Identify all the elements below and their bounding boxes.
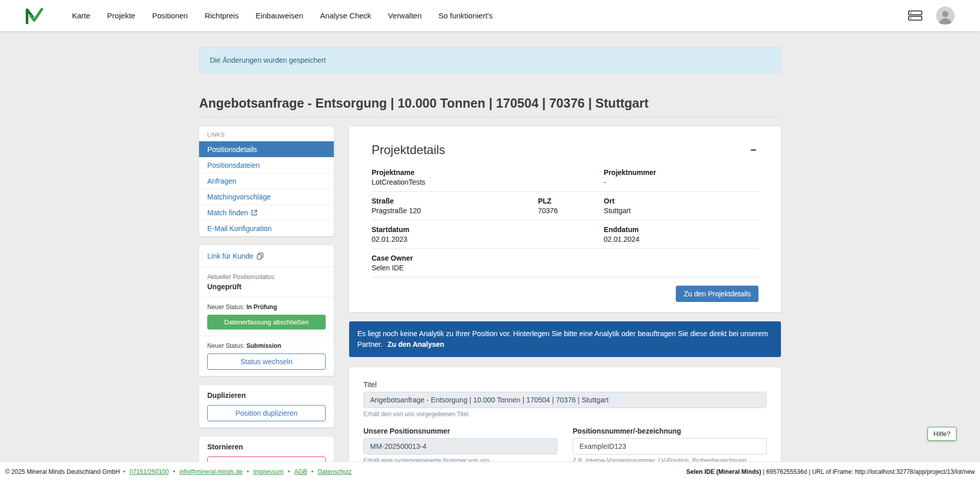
field-case-owner: Case Owner Selen IDE <box>372 254 758 272</box>
nav-item-einbauweisen[interactable]: Einbauweisen <box>256 11 303 20</box>
field-enddatum: Enddatum 02.01.2024 <box>604 225 758 243</box>
field-strasse: Straße Pragstraße 120 <box>372 197 538 215</box>
our-position-number-label: Unsere Positionsnummer <box>363 427 557 435</box>
go-to-project-details-button[interactable]: Zu den Projektdetails <box>676 286 758 302</box>
dot-separator: • <box>173 468 175 475</box>
dot-separator: • <box>311 468 313 475</box>
dot-separator: • <box>247 468 249 475</box>
analytics-banner: Es liegt noch keine Analytik zu Ihrer Po… <box>349 321 781 357</box>
footer-link-datenschutz[interactable]: Datenschutz <box>317 468 352 475</box>
table-row: Projektname LotCreationTests Projektnumm… <box>372 163 758 192</box>
position-number-group: Positionsnummer/-bezeichnung Z.B. Intern… <box>573 427 767 464</box>
sidebar-item-label: Positionsdateien <box>207 161 260 169</box>
our-position-number-group: Unsere Positionsnummer Erhält eine syste… <box>363 427 557 464</box>
our-position-number-field <box>363 438 557 454</box>
sidebar-item-positionsdetails[interactable]: Positionsdetails <box>199 141 334 157</box>
footer-link-impressum[interactable]: Impressum <box>253 468 283 475</box>
field-ort: Ort Stuttgart <box>604 197 758 215</box>
sidebar-item-label: Anfragen <box>207 177 236 185</box>
sidebar-item-label: E-Mail Konfiguration <box>207 224 272 233</box>
links-header: LINKS <box>199 126 334 141</box>
project-details-title: Projektdetails <box>372 143 445 157</box>
switch-status-button[interactable]: Status wechseln <box>207 353 326 370</box>
links-card: LINKS Positionsdetails Positionsdateien … <box>199 126 334 236</box>
server-icon[interactable] <box>908 9 923 22</box>
save-alert: Die Änderungen wurden gespeichert <box>199 47 781 73</box>
user-avatar[interactable] <box>936 7 954 25</box>
nav-item-projekte[interactable]: Projekte <box>107 11 135 20</box>
footer-link-agb[interactable]: AGB <box>294 468 307 475</box>
navbar: Karte Projekte Positionen Richtpreis Ein… <box>0 0 980 31</box>
footer-left: © 2025 Mineral Minds Deutschland GmbH • … <box>5 468 353 475</box>
current-status-label: Aktueller Positionsstatus: <box>207 273 326 281</box>
nav-links: Karte Projekte Positionen Richtpreis Ein… <box>72 11 493 20</box>
footer-link-email[interactable]: info@mineral-minds.de <box>179 468 242 475</box>
position-number-label: Positionsnummer/-bezeichnung <box>573 427 767 435</box>
sidebar-item-email-konfiguration[interactable]: E-Mail Konfiguration <box>199 220 334 236</box>
nav-item-analyse-check[interactable]: Analyse Check <box>320 11 371 20</box>
help-button[interactable]: Hilfe? <box>927 427 957 441</box>
sidebar-item-match-finden[interactable]: Match finden <box>199 205 334 220</box>
main-content: Projektdetails − Projektname LotCreation… <box>349 126 781 481</box>
copyright: © 2025 Mineral Minds Deutschland GmbH <box>5 468 120 475</box>
duplicate-card: Duplizieren Position duplizieren <box>199 385 334 427</box>
dot-separator: • <box>123 468 125 475</box>
title-divider <box>199 117 781 117</box>
status-card: Link für Kunde Aktueller Positionsstatus… <box>199 245 334 376</box>
title-field-help: Erhält den von uns vorgegebenen Titel. <box>363 411 767 418</box>
position-number-field[interactable] <box>573 438 767 454</box>
nav-item-karte[interactable]: Karte <box>72 11 90 20</box>
duplicate-position-button[interactable]: Position duplizieren <box>207 405 326 421</box>
customer-link-label: Link für Kunde <box>207 252 253 260</box>
table-row: Case Owner Selen IDE <box>372 249 758 277</box>
logo[interactable] <box>25 7 44 24</box>
sidebar-item-positionsdateien[interactable]: Positionsdateien <box>199 157 334 173</box>
table-row: Startdatum 02.01.2023 Enddatum 02.01.202… <box>372 220 758 249</box>
brand-m-check-icon <box>25 7 44 24</box>
cancel-title: Stornieren <box>207 443 326 451</box>
footer-link-phone[interactable]: 07151/250100 <box>130 468 169 475</box>
field-plz: PLZ 70376 <box>538 197 604 215</box>
sidebar-item-matchingvorschlaege[interactable]: Matchingvorschläge <box>199 189 334 205</box>
new-status-1: Neuer Status: In Prüfung <box>207 303 326 311</box>
field-projektname: Projektname LotCreationTests <box>372 168 604 186</box>
page-title: Angebotsanfrage - Entsorgung | 10.000 To… <box>199 96 781 111</box>
sidebar: LINKS Positionsdetails Positionsdateien … <box>199 126 334 481</box>
collapse-icon[interactable]: − <box>748 143 758 157</box>
duplicate-title: Duplizieren <box>207 391 326 399</box>
field-projektnummer: Projektnummer - <box>604 168 758 186</box>
nav-item-verwalten[interactable]: Verwalten <box>388 11 422 20</box>
footer: © 2025 Mineral Minds Deutschland GmbH • … <box>0 462 980 481</box>
field-startdatum: Startdatum 02.01.2023 <box>372 225 604 243</box>
sidebar-item-anfragen[interactable]: Anfragen <box>199 173 334 189</box>
nav-item-richtpreis[interactable]: Richtpreis <box>205 11 239 20</box>
complete-data-entry-button[interactable]: Datenerfassung abschließen <box>207 315 326 330</box>
current-status-value: Ungeprüft <box>207 283 326 291</box>
sidebar-item-label: Match finden <box>207 209 248 217</box>
project-details-card: Projektdetails − Projektname LotCreation… <box>349 126 781 312</box>
title-field-label: Titel <box>363 381 767 389</box>
title-field <box>363 392 767 408</box>
nav-item-positionen[interactable]: Positionen <box>152 11 188 20</box>
customer-link[interactable]: Link für Kunde <box>207 252 263 260</box>
sidebar-item-label: Matchingvorschläge <box>207 193 271 201</box>
sidebar-item-label: Positionsdetails <box>207 145 257 154</box>
new-status-2: Neuer Status: Submission <box>207 342 326 349</box>
nav-item-so-funktionierts[interactable]: So funktioniert's <box>438 11 493 20</box>
copy-icon <box>257 252 263 260</box>
go-to-analyses-link[interactable]: Zu den Analysen <box>387 340 445 348</box>
external-link-icon <box>251 210 257 216</box>
footer-user-info: Selen IDE (Mineral Minds) | 69576255536d… <box>687 468 975 475</box>
dot-separator: • <box>288 468 290 475</box>
project-details-table: Projektname LotCreationTests Projektnumm… <box>372 163 758 277</box>
table-row: Straße Pragstraße 120 PLZ 70376 Ort Stut… <box>372 192 758 220</box>
navbar-right <box>908 7 954 25</box>
